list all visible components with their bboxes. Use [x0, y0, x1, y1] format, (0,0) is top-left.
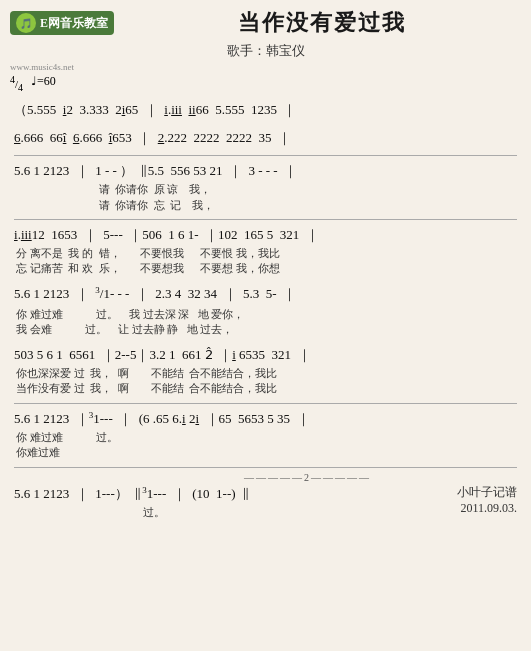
notation-row-4: i.iii12 1653 ｜ 5--- ｜506 1 6 1- ｜102 165…: [14, 224, 517, 246]
notation-row-3: 5.6 1 2123 ｜ 1 - - ） ‖5.5 556 53 21 ｜ 3 …: [14, 160, 517, 182]
lyrics-row-4b: 忘 记痛苦 和 欢 乐， 不要想我 不要想 我，你想: [14, 261, 517, 276]
date-text: 2011.09.03.: [457, 501, 517, 516]
lyrics-row-6b: 当作没有爱 过 我， 啊 不能结 合不能结合，我比: [14, 381, 517, 396]
section-1: （5.555 i2 3.333 2i65 ｜ i.iii ii66 5.555 …: [14, 99, 517, 121]
logo-box: 🎵 E网音乐教室: [10, 11, 114, 35]
lyrics-row-3a: 请 你请你 原 谅 我，: [14, 182, 517, 197]
notation-row-8: 5.6 1 2123 ｜ 1---） ‖31--- ｜ (10 1--) ‖: [14, 483, 371, 505]
section-5: 5.6 1 2123 ｜ 3/1- - - ｜ 2.3 4 32 34 ｜ 5.…: [14, 283, 517, 338]
lyrics-row-7b: 你难过难: [14, 445, 517, 460]
lyrics-row-5a: 你 难过难 过。 我 过去深 深 地 爱你，: [14, 307, 517, 322]
logo-text: E网音乐教室: [40, 15, 108, 32]
section-4: i.iii12 1653 ｜ 5--- ｜506 1 6 1- ｜102 165…: [14, 224, 517, 277]
divider-3: [14, 403, 517, 404]
website-line: www.music4s.net: [10, 62, 521, 72]
lyrics-row-4a: 分 离不是 我 的 错， 不要恨我 不要恨 我，我比: [14, 246, 517, 261]
last-row-wrapper: —————2————— 5.6 1 2123 ｜ 1---） ‖31--- ｜ …: [14, 472, 517, 521]
lyrics-row-6a: 你也深深爱 过 我， 啊 不能结 合不能结合，我比: [14, 366, 517, 381]
time-sig: 4/4: [10, 74, 23, 93]
section-6: 503 5 6 1 6561 ｜2--5｜3.2 1 661 2̂ ｜i 653…: [14, 344, 517, 397]
score-block: （5.555 i2 3.333 2i65 ｜ i.iii ii66 5.555 …: [10, 97, 521, 529]
lyrics-row-7a: 你 难过难 过。: [14, 430, 517, 445]
notation-row-5: 5.6 1 2123 ｜ 3/1- - - ｜ 2.3 4 32 34 ｜ 5.…: [14, 283, 517, 307]
section-7: 5.6 1 2123 ｜31--- ｜ (6 .65 6.i 2i ｜65 56…: [14, 408, 517, 461]
notation-row-1: （5.555 i2 3.333 2i65 ｜ i.iii ii66 5.555 …: [14, 99, 517, 121]
tempo: ♩=60: [31, 74, 56, 93]
attribution-text: 小叶子记谱: [457, 484, 517, 501]
logo-icon: 🎵: [16, 13, 36, 33]
notation-row-2: 6.666 66î 6.666 î653 ｜ 2.222 2222 2222 3…: [14, 127, 517, 149]
page: 🎵 E网音乐教室 当作没有爱过我 歌手：韩宝仪 www.music4s.net …: [0, 0, 531, 537]
page-title: 当作没有爱过我: [122, 8, 521, 38]
section-2: 6.666 66î 6.666 î653 ｜ 2.222 2222 2222 3…: [14, 127, 517, 149]
divider-2: [14, 219, 517, 220]
attribution-block: 小叶子记谱 2011.09.03.: [457, 472, 517, 516]
lyrics-row-8: 过。: [14, 505, 371, 520]
lyrics-row-5b: 我 会难 过。 让 过去静 静 地 过去，: [14, 322, 517, 337]
notation-row-6: 503 5 6 1 6561 ｜2--5｜3.2 1 661 2̂ ｜i 653…: [14, 344, 517, 366]
lyrics-row-3b: 请 你请你 忘 记 我，: [14, 198, 517, 213]
last-notation-block: —————2————— 5.6 1 2123 ｜ 1---） ‖31--- ｜ …: [14, 472, 371, 521]
tempo-section: 4/4 ♩=60: [10, 74, 521, 93]
repeat-bracket: —————2—————: [244, 472, 371, 483]
header: 🎵 E网音乐教室 当作没有爱过我: [10, 8, 521, 38]
singer-line: 歌手：韩宝仪: [10, 42, 521, 60]
divider-4: [14, 467, 517, 468]
notation-row-7: 5.6 1 2123 ｜31--- ｜ (6 .65 6.i 2i ｜65 56…: [14, 408, 517, 430]
divider-1: [14, 155, 517, 156]
section-8: —————2————— 5.6 1 2123 ｜ 1---） ‖31--- ｜ …: [14, 472, 517, 521]
section-3: 5.6 1 2123 ｜ 1 - - ） ‖5.5 556 53 21 ｜ 3 …: [14, 160, 517, 213]
